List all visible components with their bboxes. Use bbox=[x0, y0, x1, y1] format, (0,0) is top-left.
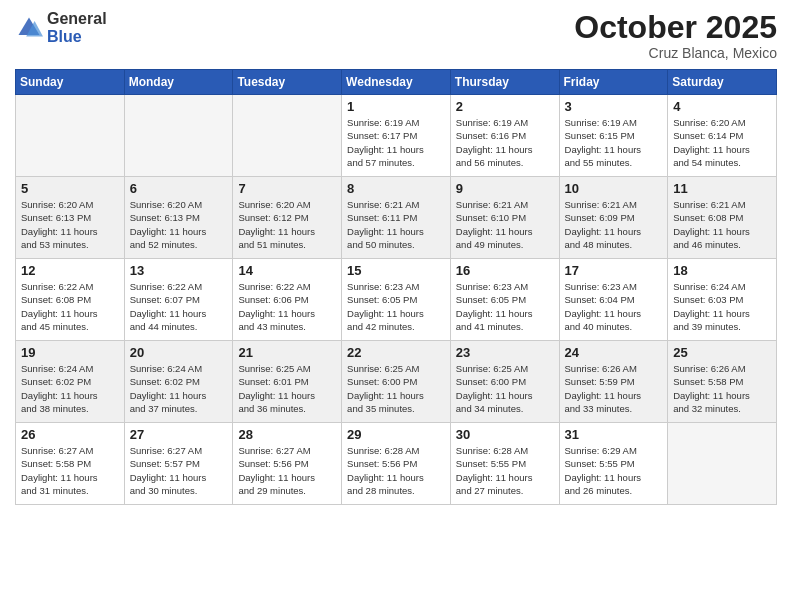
day-info: Sunrise: 6:28 AMSunset: 5:55 PMDaylight:… bbox=[456, 444, 554, 497]
day-number: 21 bbox=[238, 345, 336, 360]
logo-blue: Blue bbox=[47, 28, 107, 46]
day-info: Sunrise: 6:22 AMSunset: 6:08 PMDaylight:… bbox=[21, 280, 119, 333]
title-block: October 2025 Cruz Blanca, Mexico bbox=[574, 10, 777, 61]
day-info: Sunrise: 6:26 AMSunset: 5:58 PMDaylight:… bbox=[673, 362, 771, 415]
day-number: 4 bbox=[673, 99, 771, 114]
day-number: 30 bbox=[456, 427, 554, 442]
calendar-cell: 20Sunrise: 6:24 AMSunset: 6:02 PMDayligh… bbox=[124, 341, 233, 423]
calendar-cell: 10Sunrise: 6:21 AMSunset: 6:09 PMDayligh… bbox=[559, 177, 668, 259]
day-info: Sunrise: 6:27 AMSunset: 5:57 PMDaylight:… bbox=[130, 444, 228, 497]
day-info: Sunrise: 6:23 AMSunset: 6:04 PMDaylight:… bbox=[565, 280, 663, 333]
calendar-cell: 12Sunrise: 6:22 AMSunset: 6:08 PMDayligh… bbox=[16, 259, 125, 341]
day-number: 29 bbox=[347, 427, 445, 442]
day-number: 19 bbox=[21, 345, 119, 360]
day-number: 5 bbox=[21, 181, 119, 196]
day-info: Sunrise: 6:22 AMSunset: 6:07 PMDaylight:… bbox=[130, 280, 228, 333]
calendar-cell: 4Sunrise: 6:20 AMSunset: 6:14 PMDaylight… bbox=[668, 95, 777, 177]
calendar-cell bbox=[233, 95, 342, 177]
day-info: Sunrise: 6:21 AMSunset: 6:10 PMDaylight:… bbox=[456, 198, 554, 251]
calendar-cell: 25Sunrise: 6:26 AMSunset: 5:58 PMDayligh… bbox=[668, 341, 777, 423]
logo: General Blue bbox=[15, 10, 107, 45]
calendar-cell: 3Sunrise: 6:19 AMSunset: 6:15 PMDaylight… bbox=[559, 95, 668, 177]
day-info: Sunrise: 6:19 AMSunset: 6:16 PMDaylight:… bbox=[456, 116, 554, 169]
day-number: 31 bbox=[565, 427, 663, 442]
calendar-cell: 27Sunrise: 6:27 AMSunset: 5:57 PMDayligh… bbox=[124, 423, 233, 505]
weekday-header-row: SundayMondayTuesdayWednesdayThursdayFrid… bbox=[16, 70, 777, 95]
calendar-cell: 14Sunrise: 6:22 AMSunset: 6:06 PMDayligh… bbox=[233, 259, 342, 341]
weekday-header-sunday: Sunday bbox=[16, 70, 125, 95]
day-info: Sunrise: 6:23 AMSunset: 6:05 PMDaylight:… bbox=[347, 280, 445, 333]
calendar-cell: 19Sunrise: 6:24 AMSunset: 6:02 PMDayligh… bbox=[16, 341, 125, 423]
calendar-cell: 13Sunrise: 6:22 AMSunset: 6:07 PMDayligh… bbox=[124, 259, 233, 341]
calendar-cell: 6Sunrise: 6:20 AMSunset: 6:13 PMDaylight… bbox=[124, 177, 233, 259]
day-info: Sunrise: 6:21 AMSunset: 6:11 PMDaylight:… bbox=[347, 198, 445, 251]
day-info: Sunrise: 6:27 AMSunset: 5:56 PMDaylight:… bbox=[238, 444, 336, 497]
day-number: 13 bbox=[130, 263, 228, 278]
day-info: Sunrise: 6:25 AMSunset: 6:00 PMDaylight:… bbox=[347, 362, 445, 415]
day-number: 12 bbox=[21, 263, 119, 278]
calendar-cell: 31Sunrise: 6:29 AMSunset: 5:55 PMDayligh… bbox=[559, 423, 668, 505]
day-info: Sunrise: 6:21 AMSunset: 6:09 PMDaylight:… bbox=[565, 198, 663, 251]
weekday-header-thursday: Thursday bbox=[450, 70, 559, 95]
day-info: Sunrise: 6:21 AMSunset: 6:08 PMDaylight:… bbox=[673, 198, 771, 251]
calendar-cell: 16Sunrise: 6:23 AMSunset: 6:05 PMDayligh… bbox=[450, 259, 559, 341]
day-number: 14 bbox=[238, 263, 336, 278]
calendar-cell: 8Sunrise: 6:21 AMSunset: 6:11 PMDaylight… bbox=[342, 177, 451, 259]
day-info: Sunrise: 6:20 AMSunset: 6:13 PMDaylight:… bbox=[130, 198, 228, 251]
header: General Blue October 2025 Cruz Blanca, M… bbox=[15, 10, 777, 61]
day-number: 8 bbox=[347, 181, 445, 196]
day-number: 7 bbox=[238, 181, 336, 196]
day-info: Sunrise: 6:27 AMSunset: 5:58 PMDaylight:… bbox=[21, 444, 119, 497]
calendar-cell: 21Sunrise: 6:25 AMSunset: 6:01 PMDayligh… bbox=[233, 341, 342, 423]
day-number: 16 bbox=[456, 263, 554, 278]
day-number: 25 bbox=[673, 345, 771, 360]
calendar-cell: 29Sunrise: 6:28 AMSunset: 5:56 PMDayligh… bbox=[342, 423, 451, 505]
location-subtitle: Cruz Blanca, Mexico bbox=[574, 45, 777, 61]
day-number: 1 bbox=[347, 99, 445, 114]
weekday-header-monday: Monday bbox=[124, 70, 233, 95]
weekday-header-friday: Friday bbox=[559, 70, 668, 95]
month-title: October 2025 bbox=[574, 10, 777, 45]
calendar-week-row: 19Sunrise: 6:24 AMSunset: 6:02 PMDayligh… bbox=[16, 341, 777, 423]
day-number: 2 bbox=[456, 99, 554, 114]
day-info: Sunrise: 6:24 AMSunset: 6:02 PMDaylight:… bbox=[130, 362, 228, 415]
calendar-cell: 1Sunrise: 6:19 AMSunset: 6:17 PMDaylight… bbox=[342, 95, 451, 177]
day-info: Sunrise: 6:20 AMSunset: 6:12 PMDaylight:… bbox=[238, 198, 336, 251]
calendar-week-row: 26Sunrise: 6:27 AMSunset: 5:58 PMDayligh… bbox=[16, 423, 777, 505]
day-info: Sunrise: 6:23 AMSunset: 6:05 PMDaylight:… bbox=[456, 280, 554, 333]
calendar-cell bbox=[124, 95, 233, 177]
day-number: 22 bbox=[347, 345, 445, 360]
calendar-cell bbox=[16, 95, 125, 177]
calendar-cell: 22Sunrise: 6:25 AMSunset: 6:00 PMDayligh… bbox=[342, 341, 451, 423]
day-info: Sunrise: 6:24 AMSunset: 6:03 PMDaylight:… bbox=[673, 280, 771, 333]
calendar-cell bbox=[668, 423, 777, 505]
calendar-cell: 23Sunrise: 6:25 AMSunset: 6:00 PMDayligh… bbox=[450, 341, 559, 423]
day-info: Sunrise: 6:24 AMSunset: 6:02 PMDaylight:… bbox=[21, 362, 119, 415]
calendar-page: General Blue October 2025 Cruz Blanca, M… bbox=[0, 0, 792, 612]
calendar-cell: 7Sunrise: 6:20 AMSunset: 6:12 PMDaylight… bbox=[233, 177, 342, 259]
calendar-week-row: 5Sunrise: 6:20 AMSunset: 6:13 PMDaylight… bbox=[16, 177, 777, 259]
calendar-cell: 17Sunrise: 6:23 AMSunset: 6:04 PMDayligh… bbox=[559, 259, 668, 341]
logo-text: General Blue bbox=[47, 10, 107, 45]
day-number: 26 bbox=[21, 427, 119, 442]
weekday-header-tuesday: Tuesday bbox=[233, 70, 342, 95]
day-number: 18 bbox=[673, 263, 771, 278]
weekday-header-saturday: Saturday bbox=[668, 70, 777, 95]
day-number: 24 bbox=[565, 345, 663, 360]
day-info: Sunrise: 6:19 AMSunset: 6:17 PMDaylight:… bbox=[347, 116, 445, 169]
calendar-cell: 30Sunrise: 6:28 AMSunset: 5:55 PMDayligh… bbox=[450, 423, 559, 505]
day-info: Sunrise: 6:29 AMSunset: 5:55 PMDaylight:… bbox=[565, 444, 663, 497]
day-number: 27 bbox=[130, 427, 228, 442]
day-number: 6 bbox=[130, 181, 228, 196]
day-number: 3 bbox=[565, 99, 663, 114]
day-number: 28 bbox=[238, 427, 336, 442]
calendar-cell: 26Sunrise: 6:27 AMSunset: 5:58 PMDayligh… bbox=[16, 423, 125, 505]
calendar-week-row: 1Sunrise: 6:19 AMSunset: 6:17 PMDaylight… bbox=[16, 95, 777, 177]
logo-icon bbox=[15, 14, 43, 42]
day-number: 11 bbox=[673, 181, 771, 196]
logo-general: General bbox=[47, 10, 107, 28]
day-number: 23 bbox=[456, 345, 554, 360]
day-number: 9 bbox=[456, 181, 554, 196]
day-info: Sunrise: 6:25 AMSunset: 6:00 PMDaylight:… bbox=[456, 362, 554, 415]
day-number: 10 bbox=[565, 181, 663, 196]
